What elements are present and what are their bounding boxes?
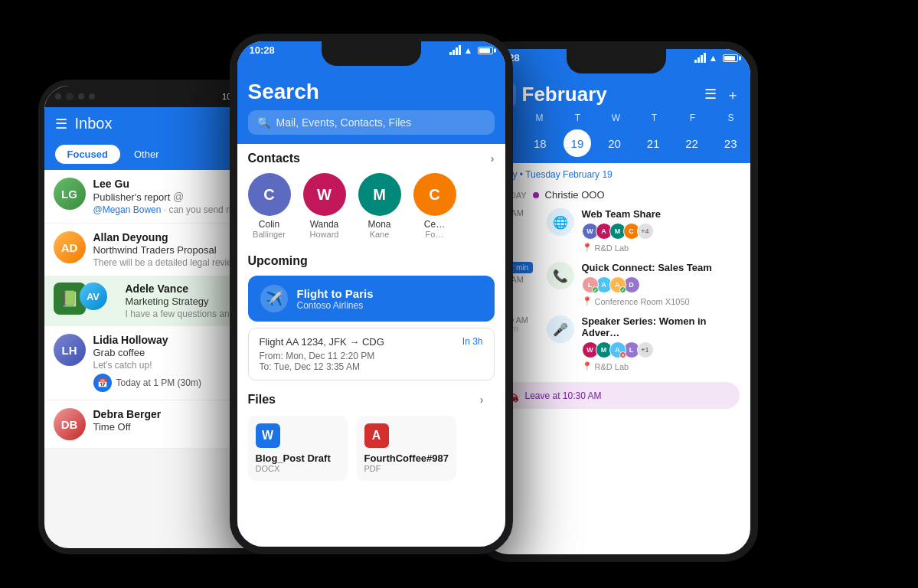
files-section: Files › W Blog_Post Draft DOCX A FourthC… — [237, 385, 505, 488]
iphone-status-mid: 10:28 ▲ — [237, 41, 505, 56]
flight-to: To: Tue, Dec 12 3:35 AM — [260, 361, 483, 372]
attendee-count: +1 — [637, 341, 654, 358]
contact-name: Colin — [248, 219, 291, 230]
file-name: Blog_Post Draft — [256, 452, 340, 464]
event-row[interactable]: in 32 min 9:00 AM 1h 📞 Quick Connect: Sa… — [482, 257, 750, 311]
event-detail: Speaker Series: Women in Adver… W M A ✕ … — [582, 315, 740, 371]
day-23[interactable]: 23 — [715, 129, 746, 157]
scene: 10:28 ▲ ☰ Inbox Focused Other ⚡ Filters — [38, 18, 880, 570]
hamburger-icon[interactable]: ☰ — [55, 116, 67, 132]
phone-right: 10:28 ▲ 📅 February — [475, 41, 758, 562]
day-18[interactable]: 18 — [524, 129, 555, 157]
cal-title-row: 📅 February ☰ ＋ — [482, 80, 750, 109]
files-row: W Blog_Post Draft DOCX A FourthCoffee#98… — [248, 416, 495, 481]
location-pin-icon: 📍 — [582, 243, 593, 253]
flight-time-label: In 3h — [462, 336, 483, 348]
flight-info: Flight to Paris Contoso Airlines — [297, 287, 374, 311]
contact-name: Wanda — [303, 219, 346, 230]
event-row[interactable]: 11:00 AM 1h 30m 🎤 Speaker Series: Women … — [482, 311, 750, 376]
wifi-mid: ▲ — [464, 45, 473, 56]
day-19-today[interactable]: 19 — [564, 129, 591, 157]
event-icon: 📞 — [547, 262, 574, 289]
cal-month: February — [522, 83, 607, 106]
attendee-av: L ✓ — [582, 276, 599, 293]
battery-right — [723, 54, 738, 62]
all-day-dot — [533, 192, 539, 198]
contacts-label: Contacts — [248, 152, 300, 165]
search-bar[interactable]: 🔍 Mail, Events, Contacts, Files — [248, 110, 495, 135]
cal-header-icons: ☰ ＋ — [704, 86, 740, 104]
contact-avatar: C — [413, 173, 456, 216]
avatar: DB — [54, 408, 86, 440]
weekday-t2: T — [639, 113, 670, 123]
flight-route: Flight AA 1234, JFK → CDG — [260, 336, 384, 348]
cam1 — [55, 93, 61, 100]
file-icon-word: W — [256, 423, 280, 448]
attendees-row: W M A ✕ L +1 — [582, 341, 740, 358]
flight-icon: ✈️ — [260, 285, 288, 312]
upcoming-header: Upcoming — [248, 247, 495, 273]
contact-avatar: M — [358, 173, 401, 216]
status-icons-right: ▲ — [694, 53, 738, 64]
cam3 — [78, 93, 84, 100]
week-row: 17 18 19 20 21 22 23 — [482, 126, 750, 163]
phone-mid: 10:28 ▲ Search 🔍 Mail, Events, Contacts,… — [230, 34, 513, 554]
files-chevron[interactable]: › — [480, 394, 484, 406]
signal-mid — [449, 45, 461, 55]
contact-avatar: C — [248, 173, 291, 216]
calendar-icon: 📅 — [93, 374, 112, 392]
tab-focused[interactable]: Focused — [55, 145, 120, 164]
attendees-row: L ✓ A A ✓ D — [582, 276, 740, 293]
file-card[interactable]: W Blog_Post Draft DOCX — [248, 416, 348, 481]
all-day-title: Christie OOO — [545, 189, 605, 201]
today-label: Today • Tuesday February 19 — [482, 163, 750, 186]
event-location: 📍Conference Room X1050 — [582, 296, 740, 306]
contact-item[interactable]: C Colin Ballinger — [248, 173, 291, 239]
attendees-row: W A M C +4 — [582, 223, 740, 240]
contact-item[interactable]: C Ce… Fo… — [413, 173, 456, 239]
event-location: 📍R&D Lab — [582, 361, 740, 371]
wifi-right: ▲ — [709, 53, 718, 64]
contact-name: Mona — [358, 219, 401, 230]
files-header: Files › — [248, 385, 495, 411]
day-22[interactable]: 22 — [677, 129, 707, 157]
weekday-f: F — [678, 113, 708, 123]
location-pin-icon: 📍 — [582, 361, 593, 371]
event-title: Speaker Series: Women in Adver… — [582, 315, 740, 338]
cal-body: Today • Tuesday February 19 ALL DAY Chri… — [482, 163, 750, 527]
contacts-row: C Colin Ballinger W Wanda Howard M Mona … — [237, 170, 505, 247]
list-view-icon[interactable]: ☰ — [704, 86, 717, 104]
camera-area — [55, 93, 95, 100]
contacts-chevron[interactable]: › — [491, 152, 495, 165]
iphone-status-right: 10:28 ▲ — [482, 49, 750, 64]
email-sender: Allan Deyoung — [93, 231, 168, 243]
attendee-av: A ✓ — [609, 276, 626, 293]
email-sender: Lee Gu — [93, 178, 129, 190]
add-event-icon[interactable]: ＋ — [726, 86, 740, 104]
search-body: Contacts › C Colin Ballinger W Wanda How… — [237, 144, 505, 547]
contacts-section-header: Contacts › — [237, 144, 505, 170]
attendee-count: +4 — [637, 223, 654, 240]
search-header: Search 🔍 Mail, Events, Contacts, Files — [237, 72, 505, 144]
event-row[interactable]: 8:30 AM 30m 🌐 Web Team Share W A M C +4 — [482, 204, 750, 257]
tab-other[interactable]: Other — [126, 145, 167, 164]
contact-item[interactable]: W Wanda Howard — [303, 173, 346, 239]
flight-card[interactable]: ✈️ Flight to Paris Contoso Airlines — [248, 276, 495, 322]
avatar: AV — [80, 283, 107, 310]
weekday-s2: S — [716, 113, 746, 123]
file-card[interactable]: A FourthCoffee#987 PDF — [357, 416, 456, 481]
status-time-mid: 10:28 — [250, 44, 275, 56]
contact-item[interactable]: M Mona Kane — [358, 173, 401, 239]
email-sender: Debra Berger — [93, 408, 162, 420]
day-20[interactable]: 20 — [599, 129, 629, 157]
contact-name: Ce… — [413, 219, 456, 230]
day-21[interactable]: 21 — [638, 129, 668, 157]
contact-avatar: W — [303, 173, 346, 216]
all-day-event[interactable]: ALL DAY Christie OOO — [482, 186, 750, 204]
file-name: FourthCoffee#987 — [364, 452, 449, 464]
weekday-m: M — [524, 113, 555, 123]
weekday-t1: T — [563, 113, 593, 123]
flight-detail[interactable]: Flight AA 1234, JFK → CDG In 3h From: Mo… — [248, 328, 495, 381]
upcoming-section: Upcoming ✈️ Flight to Paris Contoso Airl… — [237, 247, 505, 381]
location-pin-icon: 📍 — [582, 296, 593, 306]
